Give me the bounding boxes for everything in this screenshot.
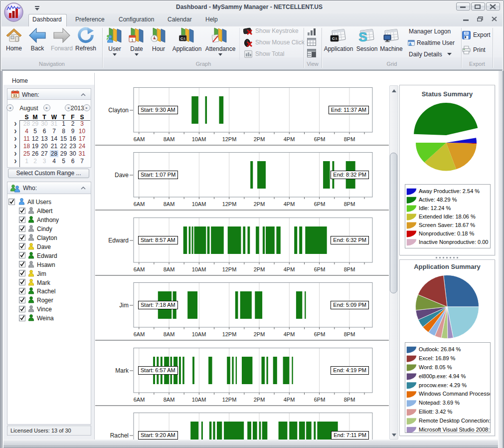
svg-text:C:\: C:\ xyxy=(332,36,337,41)
svg-text:C:\: C:\ xyxy=(180,37,185,40)
svg-text:1: 1 xyxy=(131,38,134,42)
svg-text:S: S xyxy=(358,29,367,44)
svg-text:31: 31 xyxy=(13,93,17,98)
